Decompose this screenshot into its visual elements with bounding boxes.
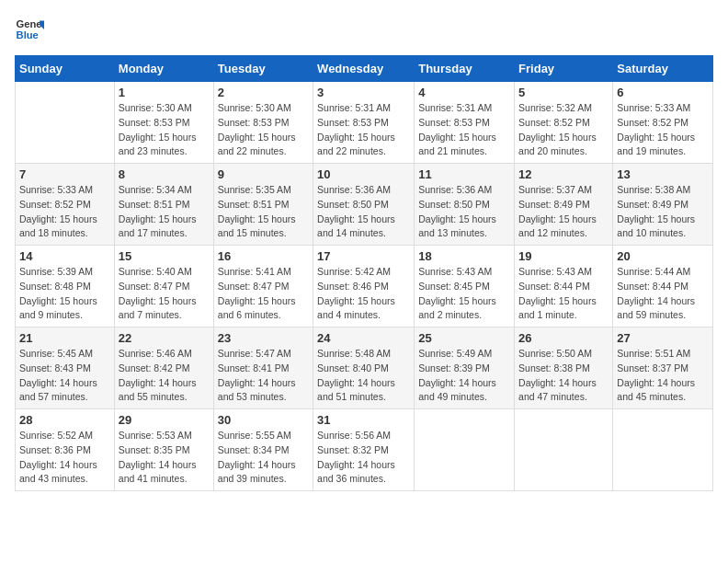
day-info: Sunrise: 5:53 AM Sunset: 8:35 PM Dayligh… <box>119 429 210 487</box>
day-info: Sunrise: 5:30 AM Sunset: 8:53 PM Dayligh… <box>119 101 210 159</box>
calendar-week-2: 7Sunrise: 5:33 AM Sunset: 8:52 PM Daylig… <box>16 164 713 246</box>
calendar-cell: 16Sunrise: 5:41 AM Sunset: 8:47 PM Dayli… <box>213 246 313 327</box>
calendar-cell: 27Sunrise: 5:51 AM Sunset: 8:37 PM Dayli… <box>613 327 713 409</box>
calendar-cell <box>16 82 115 164</box>
day-info: Sunrise: 5:50 AM Sunset: 8:38 PM Dayligh… <box>518 347 609 405</box>
day-info: Sunrise: 5:42 AM Sunset: 8:46 PM Dayligh… <box>317 265 410 323</box>
calendar-cell: 21Sunrise: 5:45 AM Sunset: 8:43 PM Dayli… <box>16 327 115 409</box>
day-number: 5 <box>518 86 609 99</box>
calendar-cell: 23Sunrise: 5:47 AM Sunset: 8:41 PM Dayli… <box>213 327 313 409</box>
calendar-cell: 1Sunrise: 5:30 AM Sunset: 8:53 PM Daylig… <box>114 82 213 164</box>
calendar-cell: 4Sunrise: 5:31 AM Sunset: 8:53 PM Daylig… <box>415 82 515 164</box>
day-info: Sunrise: 5:35 AM Sunset: 8:51 PM Dayligh… <box>218 183 309 241</box>
day-number: 15 <box>119 249 210 263</box>
day-number: 23 <box>218 331 309 345</box>
calendar-cell: 17Sunrise: 5:42 AM Sunset: 8:46 PM Dayli… <box>313 246 415 327</box>
calendar-cell <box>613 409 713 491</box>
calendar-cell: 25Sunrise: 5:49 AM Sunset: 8:39 PM Dayli… <box>415 327 515 409</box>
calendar-week-1: 1Sunrise: 5:30 AM Sunset: 8:53 PM Daylig… <box>16 82 713 164</box>
calendar-cell: 20Sunrise: 5:44 AM Sunset: 8:44 PM Dayli… <box>613 246 713 327</box>
day-number: 1 <box>119 86 210 99</box>
day-info: Sunrise: 5:39 AM Sunset: 8:48 PM Dayligh… <box>19 265 110 323</box>
day-number: 13 <box>617 167 709 181</box>
day-number: 25 <box>418 331 510 345</box>
calendar-cell: 7Sunrise: 5:33 AM Sunset: 8:52 PM Daylig… <box>16 164 115 246</box>
logo-icon: General Blue <box>15 15 44 44</box>
day-number: 14 <box>19 249 110 263</box>
day-info: Sunrise: 5:33 AM Sunset: 8:52 PM Dayligh… <box>617 101 709 159</box>
day-number: 27 <box>617 331 709 345</box>
day-info: Sunrise: 5:41 AM Sunset: 8:47 PM Dayligh… <box>218 265 309 323</box>
day-number: 19 <box>518 249 609 263</box>
header-day-wednesday: Wednesday <box>313 56 415 82</box>
day-number: 2 <box>218 86 309 99</box>
calendar-cell: 8Sunrise: 5:34 AM Sunset: 8:51 PM Daylig… <box>114 164 213 246</box>
day-info: Sunrise: 5:46 AM Sunset: 8:42 PM Dayligh… <box>119 347 210 405</box>
day-number: 12 <box>518 167 609 181</box>
day-number: 18 <box>418 249 510 263</box>
header-day-monday: Monday <box>114 56 213 82</box>
day-number: 8 <box>119 167 210 181</box>
calendar-cell: 19Sunrise: 5:43 AM Sunset: 8:44 PM Dayli… <box>515 246 613 327</box>
calendar-cell <box>515 409 613 491</box>
day-info: Sunrise: 5:55 AM Sunset: 8:34 PM Dayligh… <box>218 429 309 487</box>
day-number: 29 <box>119 413 210 427</box>
day-info: Sunrise: 5:32 AM Sunset: 8:52 PM Dayligh… <box>518 101 609 159</box>
day-info: Sunrise: 5:56 AM Sunset: 8:32 PM Dayligh… <box>317 429 410 487</box>
day-number: 4 <box>418 86 510 99</box>
calendar-cell: 14Sunrise: 5:39 AM Sunset: 8:48 PM Dayli… <box>16 246 115 327</box>
day-number: 7 <box>19 167 110 181</box>
calendar-cell: 30Sunrise: 5:55 AM Sunset: 8:34 PM Dayli… <box>213 409 313 491</box>
day-number: 16 <box>218 249 309 263</box>
day-info: Sunrise: 5:38 AM Sunset: 8:49 PM Dayligh… <box>617 183 709 241</box>
calendar-cell: 6Sunrise: 5:33 AM Sunset: 8:52 PM Daylig… <box>613 82 713 164</box>
calendar-cell: 31Sunrise: 5:56 AM Sunset: 8:32 PM Dayli… <box>313 409 415 491</box>
calendar-cell: 10Sunrise: 5:36 AM Sunset: 8:50 PM Dayli… <box>313 164 415 246</box>
day-info: Sunrise: 5:37 AM Sunset: 8:49 PM Dayligh… <box>518 183 609 241</box>
day-info: Sunrise: 5:36 AM Sunset: 8:50 PM Dayligh… <box>418 183 510 241</box>
day-info: Sunrise: 5:40 AM Sunset: 8:47 PM Dayligh… <box>119 265 210 323</box>
calendar-table: SundayMondayTuesdayWednesdayThursdayFrid… <box>15 55 713 491</box>
calendar-cell: 9Sunrise: 5:35 AM Sunset: 8:51 PM Daylig… <box>213 164 313 246</box>
day-info: Sunrise: 5:30 AM Sunset: 8:53 PM Dayligh… <box>218 101 309 159</box>
day-info: Sunrise: 5:48 AM Sunset: 8:40 PM Dayligh… <box>317 347 410 405</box>
day-number: 20 <box>617 249 709 263</box>
calendar-cell: 28Sunrise: 5:52 AM Sunset: 8:36 PM Dayli… <box>16 409 115 491</box>
day-number: 26 <box>518 331 609 345</box>
logo: General Blue <box>15 15 44 44</box>
calendar-cell: 15Sunrise: 5:40 AM Sunset: 8:47 PM Dayli… <box>114 246 213 327</box>
header-day-thursday: Thursday <box>415 56 515 82</box>
calendar-cell: 24Sunrise: 5:48 AM Sunset: 8:40 PM Dayli… <box>313 327 415 409</box>
header: General Blue <box>15 15 713 44</box>
day-info: Sunrise: 5:52 AM Sunset: 8:36 PM Dayligh… <box>19 429 110 487</box>
day-info: Sunrise: 5:44 AM Sunset: 8:44 PM Dayligh… <box>617 265 709 323</box>
calendar-cell: 2Sunrise: 5:30 AM Sunset: 8:53 PM Daylig… <box>213 82 313 164</box>
calendar-cell: 12Sunrise: 5:37 AM Sunset: 8:49 PM Dayli… <box>515 164 613 246</box>
day-info: Sunrise: 5:43 AM Sunset: 8:44 PM Dayligh… <box>518 265 609 323</box>
header-day-saturday: Saturday <box>613 56 713 82</box>
day-info: Sunrise: 5:47 AM Sunset: 8:41 PM Dayligh… <box>218 347 309 405</box>
calendar-cell: 29Sunrise: 5:53 AM Sunset: 8:35 PM Dayli… <box>114 409 213 491</box>
day-number: 21 <box>19 331 110 345</box>
day-number: 24 <box>317 331 410 345</box>
day-number: 9 <box>218 167 309 181</box>
day-info: Sunrise: 5:49 AM Sunset: 8:39 PM Dayligh… <box>418 347 510 405</box>
day-number: 17 <box>317 249 410 263</box>
day-number: 11 <box>418 167 510 181</box>
calendar-week-4: 21Sunrise: 5:45 AM Sunset: 8:43 PM Dayli… <box>16 327 713 409</box>
day-info: Sunrise: 5:43 AM Sunset: 8:45 PM Dayligh… <box>418 265 510 323</box>
calendar-cell: 26Sunrise: 5:50 AM Sunset: 8:38 PM Dayli… <box>515 327 613 409</box>
calendar-header-row: SundayMondayTuesdayWednesdayThursdayFrid… <box>16 56 713 82</box>
calendar-cell: 11Sunrise: 5:36 AM Sunset: 8:50 PM Dayli… <box>415 164 515 246</box>
day-info: Sunrise: 5:45 AM Sunset: 8:43 PM Dayligh… <box>19 347 110 405</box>
day-info: Sunrise: 5:33 AM Sunset: 8:52 PM Dayligh… <box>19 183 110 241</box>
day-number: 3 <box>317 86 410 99</box>
calendar-week-5: 28Sunrise: 5:52 AM Sunset: 8:36 PM Dayli… <box>16 409 713 491</box>
day-info: Sunrise: 5:34 AM Sunset: 8:51 PM Dayligh… <box>119 183 210 241</box>
calendar-cell: 22Sunrise: 5:46 AM Sunset: 8:42 PM Dayli… <box>114 327 213 409</box>
header-day-sunday: Sunday <box>16 56 115 82</box>
day-number: 10 <box>317 167 410 181</box>
day-number: 22 <box>119 331 210 345</box>
day-info: Sunrise: 5:31 AM Sunset: 8:53 PM Dayligh… <box>418 101 510 159</box>
day-info: Sunrise: 5:51 AM Sunset: 8:37 PM Dayligh… <box>617 347 709 405</box>
